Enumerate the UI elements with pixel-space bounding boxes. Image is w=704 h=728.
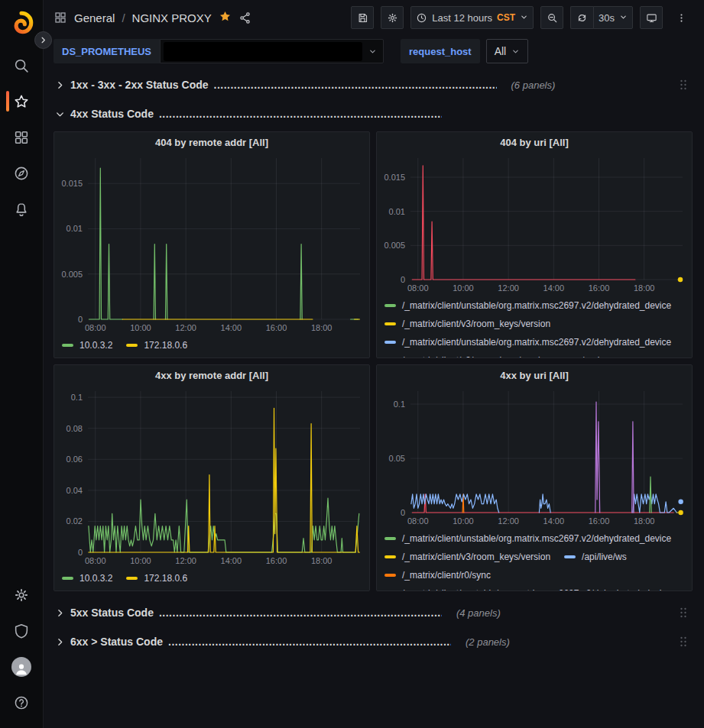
svg-text:08:00: 08:00	[85, 323, 106, 332]
legend-label: /_matrix/client/v3/room_keys/version	[402, 319, 550, 329]
legend-item[interactable]: /_matrix/client/unstable/org.matrix.msc2…	[384, 533, 671, 544]
panel-title[interactable]: 404 by uri [All]	[377, 132, 692, 153]
share-button[interactable]	[238, 11, 251, 24]
sidebar-item-profile[interactable]	[0, 649, 44, 684]
legend-item[interactable]: 10.0.3.2	[62, 340, 112, 351]
datasource-variable-value[interactable]	[160, 39, 384, 63]
zoom-out-button[interactable]	[540, 6, 563, 29]
svg-text:14:00: 14:00	[221, 556, 242, 565]
dashboard-toolbar: General / NGINX PROXY	[54, 0, 693, 35]
chart-canvas[interactable]: 08:0010:0012:0014:0016:0018:0000.0050.01…	[54, 153, 369, 335]
sidebar-item-explore[interactable]	[0, 155, 44, 191]
chart-canvas[interactable]: 08:0010:0012:0014:0016:0018:0000.020.040…	[54, 386, 369, 568]
svg-text:10:00: 10:00	[453, 516, 474, 526]
svg-text:12:00: 12:00	[498, 283, 519, 293]
cycle-view-mode-button[interactable]	[640, 6, 663, 29]
legend-item[interactable]: /_matrix/client/v3/room_keys/version	[384, 552, 550, 562]
svg-text:08:00: 08:00	[407, 283, 429, 293]
chevron-down-icon	[55, 109, 65, 119]
row-5xx[interactable]: 5xx Status Code ........................…	[54, 601, 693, 624]
sidebar-item-server-admin[interactable]	[0, 613, 44, 649]
panel-title[interactable]: 4xx by remote addr [All]	[54, 365, 369, 386]
clock-icon	[416, 12, 427, 24]
sidebar-item-alerting[interactable]	[0, 191, 44, 227]
legend-row: /_matrix/client/unstable/org.matrix.msc2…	[384, 296, 684, 315]
legend-label: 172.18.0.6	[144, 340, 187, 351]
request-host-variable-label[interactable]: request_host	[401, 39, 480, 63]
legend-label: /_matrix/client/r0/sync	[402, 570, 491, 581]
sidebar-item-configuration[interactable]	[0, 577, 44, 613]
legend-label: /_matrix/client/unstable/org.matrix.msc2…	[402, 300, 671, 311]
row-title: 6xx > Status Code	[70, 636, 163, 648]
breadcrumb: General / NGINX PROXY	[54, 10, 251, 25]
row-1xx-3xx-2xx[interactable]: 1xx - 3xx - 2xx Status Code ............…	[54, 73, 693, 96]
save-dashboard-button[interactable]	[351, 6, 374, 29]
breadcrumb-folder[interactable]: General	[74, 11, 115, 24]
legend-item[interactable]: /_matrix/client/unstable/org.matrix.msc2…	[384, 337, 671, 348]
legend-item[interactable]: /_matrix/client/v3/room_keys/version	[384, 355, 550, 358]
panel-title[interactable]: 404 by remote addr [All]	[54, 132, 369, 153]
row-title: 1xx - 3xx - 2xx Status Code	[70, 79, 209, 91]
sidebar-item-dashboards[interactable]	[0, 119, 44, 155]
legend-item[interactable]: /_matrix/client/v3/room_keys/version	[384, 319, 550, 329]
row-drag-handle[interactable]	[676, 76, 691, 93]
legend-swatch	[384, 304, 396, 307]
svg-text:16:00: 16:00	[589, 516, 610, 526]
legend-item[interactable]: /_matrix/client/unstable/org.matrix.msc2…	[384, 300, 671, 311]
chevron-right-icon	[55, 637, 65, 647]
svg-text:16:00: 16:00	[266, 323, 287, 332]
chevron-right-icon	[39, 36, 47, 44]
row-leader-dots: ........................................…	[214, 79, 497, 91]
sidebar-item-search[interactable]	[0, 47, 44, 83]
breadcrumb-dashboard-title[interactable]: NGINX PROXY	[132, 11, 212, 24]
row-6xx[interactable]: 6xx > Status Code ......................…	[54, 630, 693, 653]
svg-text:0.01: 0.01	[67, 224, 83, 233]
legend-row: /_matrix/client/unstable/org.matrix.msc2…	[384, 529, 684, 548]
legend-row: /_matrix/client/v3/room_keys/version/sw.…	[384, 351, 684, 358]
svg-text:0.015: 0.015	[384, 173, 405, 182]
shield-icon	[13, 623, 30, 639]
row-panel-count: (6 panels)	[511, 79, 556, 91]
refresh-group: 30s	[570, 6, 633, 29]
sidebar-item-starred[interactable]	[0, 83, 44, 119]
legend-item[interactable]: /api/live/ws	[564, 552, 627, 562]
grafana-logo[interactable]	[8, 9, 35, 37]
chevron-down-icon	[619, 12, 628, 24]
row-drag-handle[interactable]	[676, 604, 691, 621]
svg-text:10:00: 10:00	[453, 283, 474, 293]
panel-title[interactable]: 4xx by uri [All]	[377, 365, 692, 386]
svg-text:0: 0	[78, 315, 83, 324]
refresh-interval-dropdown[interactable]: 30s	[593, 6, 633, 29]
chart-canvas[interactable]: 08:0010:0012:0014:0016:0018:0000.050.1	[377, 386, 692, 528]
row-drag-handle[interactable]	[676, 633, 691, 650]
dashboard-settings-button[interactable]	[381, 6, 404, 29]
refresh-button[interactable]	[570, 6, 593, 29]
legend-label: /sw.js	[582, 355, 604, 358]
row-title: 4xx Status Code	[70, 108, 154, 120]
svg-text:0.1: 0.1	[71, 393, 83, 402]
row-4xx[interactable]: 4xx Status Code ........................…	[54, 102, 693, 125]
panel-404-by-remote-addr: 404 by remote addr [All] 08:0010:0012:00…	[54, 131, 370, 358]
legend-item[interactable]: 172.18.0.6	[126, 340, 187, 351]
legend-item[interactable]: /_matrix/client/unstable/org.matrix.msc2…	[384, 588, 671, 590]
favorite-star-button[interactable]	[219, 10, 232, 25]
svg-text:14:00: 14:00	[543, 283, 565, 293]
legend-item[interactable]: 172.18.0.6	[126, 573, 187, 584]
legend-swatch	[62, 344, 73, 347]
chart-canvas[interactable]: 08:0010:0012:0014:0016:0018:0000.0050.01…	[377, 153, 692, 295]
svg-text:0.015: 0.015	[61, 179, 83, 188]
panel-4xx-by-remote-addr: 4xx by remote addr [All] 08:0010:0012:00…	[54, 364, 370, 591]
sidebar-expand-button[interactable]	[34, 31, 52, 49]
svg-text:0.01: 0.01	[389, 207, 405, 216]
panels-grid: 404 by remote addr [All] 08:0010:0012:00…	[54, 131, 693, 591]
datasource-variable-label[interactable]: DS_PROMETHEUS	[54, 39, 160, 63]
legend-item[interactable]: 10.0.3.2	[62, 573, 112, 584]
row-panel-count: (4 panels)	[456, 607, 501, 619]
sidebar-item-help[interactable]	[0, 684, 44, 720]
time-picker-button[interactable]: Last 12 hours CST	[410, 6, 534, 29]
legend-row: 10.0.3.2172.18.0.6	[62, 569, 362, 587]
request-host-variable-value[interactable]: All	[486, 39, 529, 63]
legend-item[interactable]: /_matrix/client/r0/sync	[384, 570, 491, 581]
legend-item[interactable]: /sw.js	[564, 355, 604, 358]
more-options-button[interactable]	[670, 6, 693, 29]
